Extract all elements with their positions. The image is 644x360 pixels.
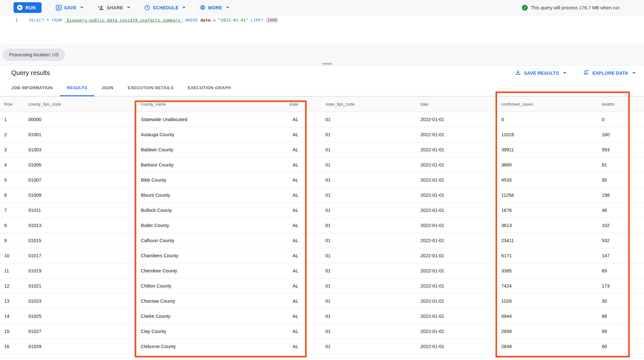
table-cell: 2022-01-01 [420,294,501,308]
table-cell: Barbour County [141,157,255,172]
column-header-date: date [420,97,501,112]
panel-drag-handle[interactable] [322,63,332,65]
table-cell: 88 [602,309,644,324]
table-cell: 01027 [28,324,141,339]
sql-table-reference[interactable]: `bigquery-public-data.covid19_usafacts.s… [64,18,183,23]
table-cell: 3613 [501,218,602,233]
table-cell: Choctaw County [141,294,255,308]
tab-json[interactable]: JSON [94,80,120,96]
table-cell: AL [255,339,325,354]
column-header-row: Row [0,97,28,112]
chevron-down-icon [80,7,83,8]
tab-job-information[interactable]: JOB INFORMATION [4,80,60,96]
schedule-button[interactable]: SCHEDULE [144,5,186,11]
save-results-label: SAVE RESULTS [524,71,559,76]
table-cell: 01 [325,294,420,308]
table-cell: Bullock County [141,203,255,218]
more-button[interactable]: ⚙ MORE [200,5,229,11]
chevron-down-icon [563,72,566,74]
tab-execution-graph[interactable]: EXECUTION GRAPH [181,80,238,96]
save-icon [56,5,62,11]
table-cell: Cherokee County [141,263,255,278]
table-cell: 2022-01-01 [420,203,501,218]
table-cell: 01029 [28,339,141,354]
sql-code-line[interactable]: SELECT * FROM `bigquery-public-data.covi… [18,17,278,44]
table-cell: AL [255,218,325,233]
table-cell: 2658 [501,324,602,339]
table-cell: 01 [325,339,420,354]
table-cell: 01 [325,233,420,248]
sql-operator: = [213,18,216,23]
table-cell: 1676 [501,203,602,218]
table-cell: AL [255,263,325,278]
sql-editor[interactable]: 1 SELECT * FROM `bigquery-public-data.co… [0,15,644,44]
table-header-row: Rowcounty_fips_codecounty_namestatestate… [0,96,644,112]
table-cell: 1026 [501,294,602,308]
table-cell: AL [255,203,325,218]
table-cell: 23411 [501,233,602,248]
table-cell: 01 [325,248,420,263]
table-cell: 2022-01-01 [420,248,501,263]
table-cell: 9 [0,233,28,248]
table-cell: 2022-01-01 [420,188,501,203]
table-cell: 10 [0,248,28,263]
table-cell: 3385 [501,263,602,278]
save-button[interactable]: SAVE [56,5,84,11]
column-header-confirmed_cases: confirmed_cases [501,97,602,112]
explore-data-button[interactable]: EXPLORE DATA [583,70,636,76]
table-cell: 01 [325,173,420,187]
table-cell: AL [255,309,325,324]
table-cell: 0 [602,112,644,127]
table-cell: 2022-01-01 [420,324,501,339]
table-cell: 13 [0,294,28,308]
results-table: Rowcounty_fips_codecounty_namestatestate… [0,96,644,354]
table-row: 1601029Cleburne CountyAL012022-01-012649… [0,339,644,354]
table-cell: 0 [501,112,602,127]
table-cell: Baldwin County [141,142,255,157]
run-button[interactable]: ▶ RUN [14,2,42,13]
table-cell: 01 [325,279,420,293]
column-header-deaths: deaths [602,97,644,112]
table-cell: AL [255,127,325,142]
person-add-icon [98,5,104,11]
table-cell: 81 [602,157,644,172]
table-cell: 01021 [28,279,141,293]
sql-limit-value: 1000 [266,17,278,23]
table-cell: 01 [325,127,420,142]
page-title: Query results [11,69,50,77]
editor-footer-strip: Processing location: US [0,44,644,66]
processing-location-chip[interactable]: Processing location: US [3,49,65,61]
table-cell: Clarke County [141,309,255,324]
save-results-button[interactable]: SAVE RESULTS [515,70,566,76]
table-cell: AL [255,188,325,203]
table-cell: 2022-01-01 [420,309,501,324]
sql-star: * [47,18,49,23]
chevron-down-icon [632,72,636,74]
table-cell: 2022-01-01 [420,112,501,127]
query-validation-status: ✓ This query will process 176.7 MB when … [522,0,620,15]
tab-results[interactable]: RESULTS [60,80,94,96]
table-cell: 5 [0,173,28,187]
table-cell: 2022-01-01 [420,339,501,354]
table-cell: 95 [602,173,644,187]
sql-keyword: LIMIT [251,18,264,23]
table-cell: Blount County [141,188,255,203]
table-row: 401005Barbour CountyAL012022-01-01386081 [0,157,644,173]
table-cell: 01 [325,324,420,339]
tab-execution-details[interactable]: EXECUTION DETAILS [120,80,181,96]
table-cell: 69 [602,324,644,339]
table-cell: Cleburne County [141,339,255,354]
table-cell: 1 [0,112,28,127]
table-cell: 01005 [28,157,141,172]
gear-icon: ⚙ [200,5,205,11]
table-cell: 532 [602,233,644,248]
sql-column-name: date [200,18,210,23]
table-cell: 01003 [28,142,141,157]
table-cell: Bibb County [141,173,255,187]
table-cell: AL [255,248,325,263]
share-button[interactable]: SHARE [98,5,130,11]
table-cell: 01025 [28,309,141,324]
table-cell: 65 [602,263,644,278]
sql-keyword: FROM [52,18,62,23]
table-cell: 4 [0,157,28,172]
